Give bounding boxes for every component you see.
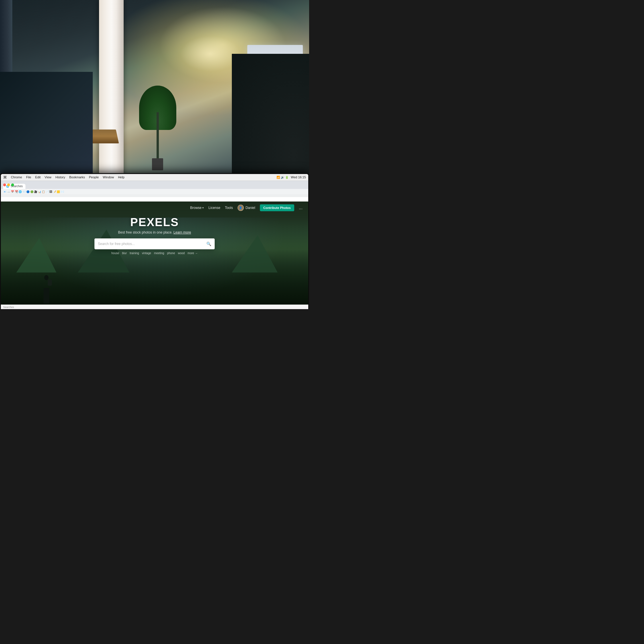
plant-pot xyxy=(152,158,163,170)
datetime: Wed 16:15 xyxy=(291,175,306,179)
dark-left xyxy=(0,72,93,179)
menu-file[interactable]: File xyxy=(26,175,31,179)
person-backpack xyxy=(48,279,52,286)
menu-view[interactable]: View xyxy=(45,175,52,179)
pillar xyxy=(99,0,124,179)
close-button[interactable] xyxy=(3,183,6,186)
learn-more-link[interactable]: Learn more xyxy=(173,230,191,234)
browse-dropdown-icon: ▾ xyxy=(202,206,204,209)
menu-window[interactable]: Window xyxy=(103,175,114,179)
search-suggestions: house blur training vintage meeting phon… xyxy=(94,252,215,255)
suggestion-blur[interactable]: blur xyxy=(122,252,127,255)
person-silhouette xyxy=(38,275,55,304)
chrome-tab-bar: 🌐 Searches xyxy=(1,181,308,189)
hero-tagline: Best free stock photos in one place. Lea… xyxy=(118,230,191,234)
apple-logo-icon: ⌘ xyxy=(3,175,7,179)
user-name: Daniel xyxy=(246,206,255,210)
suggestion-phone[interactable]: phone xyxy=(167,252,175,255)
hero-content: PEXELS Best free stock photos in one pla… xyxy=(1,216,308,255)
search-icon[interactable]: 🔍 xyxy=(206,242,211,246)
person-body xyxy=(44,288,49,304)
suggestion-house[interactable]: house xyxy=(111,252,119,255)
menu-history[interactable]: History xyxy=(55,175,65,179)
menu-bookmarks[interactable]: Bookmarks xyxy=(69,175,85,179)
contribute-photos-button[interactable]: Contribute Photos xyxy=(260,204,294,211)
suggestion-wood[interactable]: wood xyxy=(178,252,185,255)
suggestion-training[interactable]: training xyxy=(130,252,139,255)
menu-right: 📶 🔊 🔋 Wed 16:15 xyxy=(276,175,306,179)
office-background xyxy=(0,0,309,179)
pexels-hero: Browse ▾ License Tools 👤 Daniel Contribu… xyxy=(1,202,308,309)
nav-browse[interactable]: Browse ▾ xyxy=(190,206,204,210)
bookmarks-icons: 📧 ☁️ 📅 📆 🌐 📨 🔵 🟢 🎥 📊 📋 📄 🅰 📝 🟨 ✉️ xyxy=(3,190,64,193)
pexels-nav: Browse ▾ License Tools 👤 Daniel Contribu… xyxy=(1,202,308,214)
status-bar: Searches xyxy=(1,305,308,309)
macos-menubar: ⌘ Chrome File Edit View History Bookmark… xyxy=(1,174,308,181)
battery-status: 📶 🔊 🔋 xyxy=(276,176,289,179)
menu-items: Chrome File Edit View History Bookmarks … xyxy=(11,175,272,179)
menu-edit[interactable]: Edit xyxy=(35,175,41,179)
monitor-bezel: ⌘ Chrome File Edit View History Bookmark… xyxy=(0,173,309,309)
site-title: PEXELS xyxy=(130,216,179,229)
menu-people[interactable]: People xyxy=(89,175,99,179)
search-placeholder: Search for free photos... xyxy=(98,242,206,246)
suggestion-meeting[interactable]: meeting xyxy=(154,252,164,255)
traffic-lights xyxy=(3,183,14,186)
chair xyxy=(232,54,309,179)
nav-license[interactable]: License xyxy=(208,206,220,210)
menu-help[interactable]: Help xyxy=(118,175,125,179)
more-options-button[interactable]: ... xyxy=(299,205,303,210)
minimize-button[interactable] xyxy=(7,183,10,186)
screen: ⌘ Chrome File Edit View History Bookmark… xyxy=(1,174,308,309)
menu-chrome[interactable]: Chrome xyxy=(11,175,22,179)
status-searches: Searches xyxy=(3,306,14,309)
suggestion-vintage[interactable]: vintage xyxy=(142,252,151,255)
nav-tools[interactable]: Tools xyxy=(225,206,233,210)
user-avatar: 👤 xyxy=(238,205,244,211)
suggestion-more[interactable]: more → xyxy=(187,252,198,255)
maximize-button[interactable] xyxy=(11,183,14,186)
monitor-frame: ⌘ Chrome File Edit View History Bookmark… xyxy=(0,173,309,309)
bookmarks-bar: 📧 ☁️ 📅 📆 🌐 📨 🔵 🟢 🎥 📊 📋 📄 🅰 📝 🟨 ✉️ xyxy=(1,189,308,195)
search-bar[interactable]: Search for free photos... 🔍 xyxy=(94,238,215,249)
nav-user[interactable]: 👤 Daniel xyxy=(238,205,255,211)
plant-stem xyxy=(157,112,159,161)
website-content: Browse ▾ License Tools 👤 Daniel Contribu… xyxy=(1,202,308,309)
avatar-icon: 👤 xyxy=(239,206,242,209)
plant xyxy=(139,90,176,170)
